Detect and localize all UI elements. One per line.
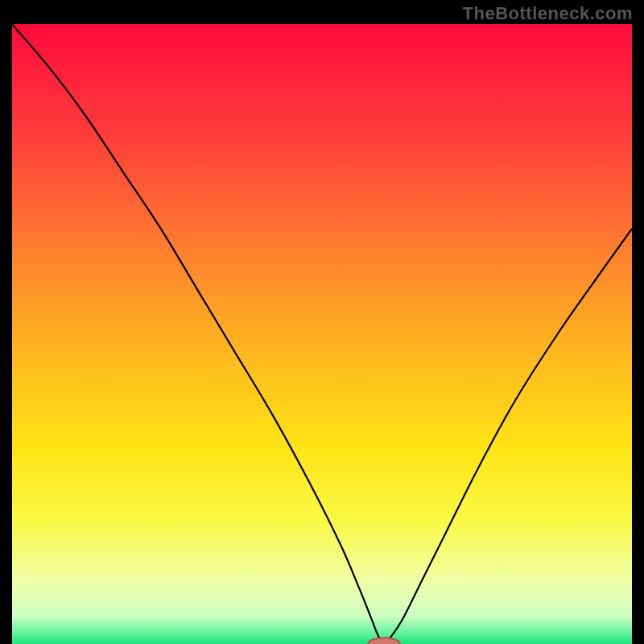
gradient-background bbox=[12, 24, 632, 644]
plot-area bbox=[12, 24, 632, 632]
chart-svg bbox=[12, 24, 632, 644]
watermark-text: TheBottleneck.com bbox=[463, 3, 633, 24]
chart-frame: TheBottleneck.com bbox=[0, 0, 644, 644]
